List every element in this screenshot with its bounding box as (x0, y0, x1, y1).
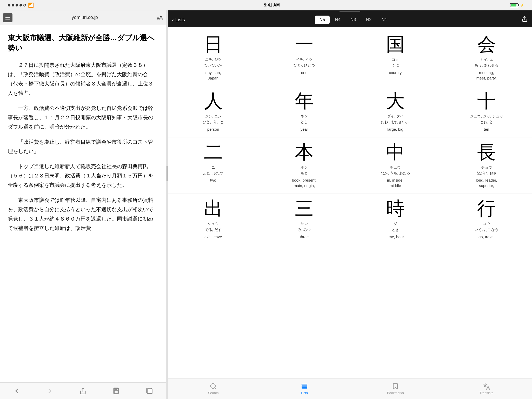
kanji-cell[interactable]: 日ニチ, ジツ ひ, -び, -かday, sun, Japan (168, 30, 259, 86)
kanji-meaning: ten (484, 127, 489, 132)
back-label: Lists (175, 17, 185, 23)
kanji-cell[interactable]: 会カイ, エ あう, あわせるmeeting, meet, party, (441, 30, 532, 86)
kanji-reading: チョウ ながい, おさ (476, 164, 497, 176)
tab-bar-lists[interactable]: Lists (291, 383, 317, 395)
kanji-meaning: time, hour (387, 234, 404, 240)
article-paragraph: 一方、政活費の不適切支出が発覚した自民党系会派では幹事長が落選し、１１月２２日投… (8, 103, 158, 131)
kanji-reading: ジン, ニン ひと, -り, -と (203, 113, 224, 125)
share-button[interactable] (77, 385, 89, 397)
app-tab-bar: Search Lists Bookmarks (168, 378, 532, 399)
kanji-cell[interactable]: 十ジュウ, ジッ, ジュッ とお, とten (441, 86, 532, 137)
kanji-reading: コウ いく, おこなう (475, 221, 498, 232)
kanji-reading: ダイ, タイ おお-, おおきい,... (381, 113, 410, 125)
app-share-button[interactable] (522, 16, 528, 24)
kanji-cell[interactable]: 二ニ ふた, ふたつtwo (168, 137, 259, 194)
kanji-reading: ニ ふた, ふたつ (203, 164, 223, 176)
bookmarks-tab-label: Bookmarks (387, 391, 404, 395)
kanji-reading: サン み, みつ (298, 221, 311, 232)
text-size-button[interactable]: aA (157, 14, 163, 21)
kanji-cell[interactable]: 出シュツ でる, だすexit, leave (168, 194, 259, 245)
browser-content[interactable]: 東大阪市議選、大阪維新が全勝…ダブル選へ勢い ２７日に投開票された大阪府東大阪市… (0, 25, 166, 382)
kanji-cell[interactable]: 中チュウ なか, うち, あたるin, inside, middle (350, 137, 441, 194)
tab-n4[interactable]: N4 (330, 16, 345, 24)
kanji-reading: ニチ, ジツ ひ, -び, -か (204, 57, 222, 68)
kanji-cell[interactable]: 国コク くにcountry (350, 30, 441, 86)
kanji-reading: カイ, エ あう, あわせる (475, 57, 498, 68)
translate-tab-label: Translate (480, 391, 494, 395)
kanji-cell[interactable]: 大ダイ, タイ おお-, おおきい,...large, big (350, 86, 441, 137)
kanji-reading: ジ とき (392, 221, 399, 232)
dot2 (12, 4, 14, 6)
kanji-cell[interactable]: 長チョウ ながい, おさlong, leader, superior, (441, 137, 532, 194)
kanji-character: 十 (477, 91, 496, 110)
battery-icon (510, 3, 518, 7)
kanji-character: 行 (477, 199, 496, 218)
tab-n3[interactable]: N3 (346, 16, 361, 24)
kanji-character: 時 (386, 199, 405, 218)
back-chevron-icon: ‹ (172, 17, 174, 23)
tabs-button[interactable] (143, 385, 156, 397)
main-content: yomiuri.co.jp aA 東大阪市議選、大阪維新が全勝…ダブル選へ勢い … (0, 10, 532, 399)
kanji-character: 国 (386, 35, 405, 54)
bookmarks-button[interactable] (110, 385, 122, 397)
scroll-thumb (167, 166, 168, 181)
status-bar: 📶 9:41 AM ⚡ (0, 0, 532, 10)
tab-bar-translate[interactable]: Translate (474, 383, 500, 395)
tab-bar-bookmarks[interactable]: Bookmarks (382, 383, 408, 395)
back-button[interactable] (10, 385, 23, 397)
menu-button[interactable] (3, 13, 12, 22)
lists-tab-label: Lists (301, 391, 308, 395)
kanji-meaning: year (301, 127, 308, 132)
status-left: 📶 (8, 2, 34, 8)
kanji-meaning: three (300, 234, 309, 240)
tab-n1[interactable]: N1 (377, 16, 392, 24)
kanji-meaning: in, inside, middle (387, 177, 403, 188)
kanji-meaning: two (210, 177, 216, 183)
kanji-character: 三 (295, 199, 314, 218)
kanji-character: 長 (477, 143, 496, 161)
kanji-cell[interactable]: 人ジン, ニン ひと, -り, -とperson (168, 86, 259, 137)
tab-bar-search[interactable]: Search (200, 383, 226, 395)
browser-panel: yomiuri.co.jp aA 東大阪市議選、大阪維新が全勝…ダブル選へ勢い … (0, 10, 166, 399)
kanji-cell[interactable]: 本ホン もとbook, present, main, origin, (259, 137, 350, 194)
charging-bolt: ⚡ (520, 3, 524, 7)
article-body: ２７日に投開票された大阪府東大阪市議選（定数３８）は、「政務活動費（政活費）の全… (8, 60, 158, 233)
scroll-divider (166, 10, 168, 399)
kanji-grid[interactable]: 日ニチ, ジツ ひ, -び, -かday, sun, Japan一イチ, イツ … (168, 27, 532, 378)
forward-button[interactable] (44, 385, 56, 397)
kanji-character: 出 (204, 199, 223, 218)
kanji-character: 大 (386, 91, 405, 110)
kanji-reading: イチ, イツ ひと-, ひとつ (294, 57, 315, 68)
battery-fill (511, 4, 516, 6)
url-bar[interactable]: yomiuri.co.jp (16, 15, 154, 20)
kanji-meaning: go, travel (478, 234, 495, 240)
kanji-reading: ホン もと (301, 164, 308, 176)
kanji-row: 人ジン, ニン ひと, -り, -とperson年ネン としyear大ダイ, タ… (168, 86, 532, 137)
kanji-reading: コク くに (392, 57, 399, 68)
hamburger-line (5, 17, 10, 18)
kanji-reading: ネン とし (301, 113, 308, 125)
kanji-cell[interactable]: 三サン み, みつthree (259, 194, 350, 245)
handle-bar (168, 10, 532, 12)
tab-n5[interactable]: N5 (315, 16, 330, 24)
kanji-character: 二 (204, 143, 223, 161)
article-paragraph: ２７日に投開票された大阪府東大阪市議選（定数３８）は、「政務活動費（政活費）の全… (8, 60, 158, 98)
kanji-cell[interactable]: 年ネン としyear (259, 86, 350, 137)
status-time: 9:41 AM (264, 3, 280, 8)
kanji-character: 一 (295, 35, 314, 54)
dot3 (16, 4, 18, 6)
kanji-character: 日 (204, 35, 223, 54)
kanji-cell[interactable]: 時ジ ときtime, hour (350, 194, 441, 245)
kanji-reading: チュウ なか, うち, あたる (381, 164, 410, 176)
kanji-cell[interactable]: 一イチ, イツ ひと-, ひとつone (259, 30, 350, 86)
article-title: 東大阪市議選、大阪維新が全勝…ダブル選へ勢い (8, 33, 158, 53)
kanji-character: 人 (204, 91, 223, 110)
tab-n2[interactable]: N2 (361, 16, 376, 24)
browser-bottom-nav (0, 382, 166, 399)
back-to-lists-button[interactable]: ‹ Lists (172, 17, 185, 23)
kanji-cell[interactable]: 行コウ いく, おこなうgo, travel (441, 194, 532, 245)
kanji-reading: ジュウ, ジッ, ジュッ とお, と (470, 113, 503, 125)
kanji-meaning: meeting, meet, party, (476, 70, 497, 81)
svg-rect-8 (302, 384, 307, 385)
kanji-row: 二ニ ふた, ふたつtwo本ホン もとbook, present, main, … (168, 137, 532, 194)
